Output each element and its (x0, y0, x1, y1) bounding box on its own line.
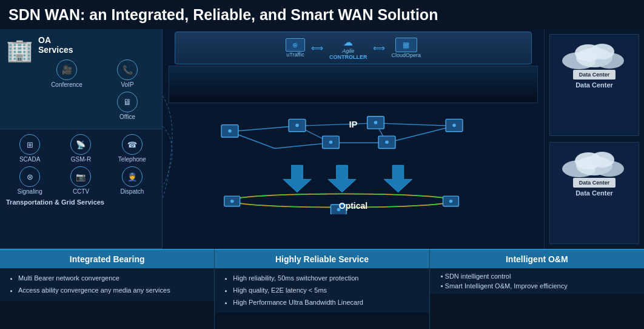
transport-icons-grid: ⊞ SCADA 📡 GSM-R ☎ Telephone ⊛ Signaling (6, 134, 156, 195)
voip-item: 📞 VoIP (99, 59, 156, 88)
card-highly-reliable: Highly Reliable Service High reliability… (215, 249, 429, 329)
office-label: Office (119, 114, 135, 120)
cloudopera-label: CloudOpera (391, 52, 421, 58)
svg-line-0 (230, 126, 297, 132)
cloudopera-box: ▦ CloudOpera (391, 38, 421, 58)
right-panel: Data Center Data Center Data Center Data… (544, 29, 644, 249)
main-content: 🏢 OA Services 🎥 Conference 📞 VoIP (0, 29, 644, 249)
svg-marker-22 (328, 165, 356, 192)
office-item: 🖥 Office (99, 92, 156, 120)
telephone-icon: ☎ (122, 134, 143, 155)
dc-section-1: Data Center Data Center (549, 34, 639, 136)
card2-bullet2: High quality, E2E latency < 5ms (233, 285, 420, 297)
agile-controller: ☁ Agile CONTROLLER (329, 36, 367, 60)
gsmr-icon: 📡 (70, 134, 91, 155)
controller-label: CONTROLLER (329, 54, 367, 60)
center-area: ⊕ uTraffic ⟺ ☁ Agile CONTROLLER ⟺ ▦ Clou… (163, 29, 544, 249)
arrow2: ⟺ (373, 43, 385, 53)
dispatch-item: 👮 Dispatch (109, 166, 156, 195)
cctv-item: 📷 CCTV (57, 166, 104, 195)
signaling-icon: ⊛ (19, 166, 40, 187)
svg-point-14 (329, 141, 333, 144)
dc-section-2: Data Center Data Center (549, 142, 639, 244)
ip-label: IP (349, 119, 357, 129)
page-wrapper: SDN WAN: an Integrated, Reliable, and Sm… (0, 0, 644, 329)
cloud-icon-1 (561, 39, 628, 70)
conference-icon: 🎥 (56, 59, 77, 80)
svg-point-31 (449, 200, 453, 203)
card1-bullet2: Access ability convergence any media any… (18, 285, 206, 297)
svg-point-18 (385, 141, 389, 144)
conference-label: Conference (51, 81, 82, 88)
svg-point-10 (228, 129, 232, 133)
signaling-label: Signaling (18, 188, 42, 195)
utraffic-label: uTraffic (286, 52, 304, 58)
main-title: SDN WAN: an Integrated, Reliable, and Sm… (0, 0, 644, 29)
dc-box-1: Data Center (573, 70, 616, 80)
oa-right: OA Services 🎥 Conference 📞 VoIP 🖥 Off (38, 35, 156, 120)
bottom-cards: Integrated Bearing Multi Bearer network … (0, 249, 644, 329)
card-header-3: Intelligent O&M (430, 250, 644, 268)
card1-bullet1: Multi Bearer network convergence (18, 273, 206, 285)
svg-point-41 (590, 152, 614, 168)
svg-point-16 (374, 121, 378, 124)
svg-line-2 (376, 123, 455, 126)
transport-section: ⊞ SCADA 📡 GSM-R ☎ Telephone ⊛ Signaling (0, 129, 162, 248)
svg-point-12 (295, 124, 299, 127)
gsmr-item: 📡 GSM-R (57, 134, 104, 163)
card-body-3: • SDN intelligent control • Smart Intell… (430, 268, 644, 294)
arrow1: ⟺ (311, 43, 323, 53)
left-panel: 🏢 OA Services 🎥 Conference 📞 VoIP (0, 29, 163, 249)
svg-point-20 (452, 124, 456, 127)
oa-icons: 🎥 Conference 📞 VoIP 🖥 Office (38, 59, 156, 120)
conference-item: 🎥 Conference (38, 59, 95, 88)
card-integrated-bearing: Integrated Bearing Multi Bearer network … (0, 249, 215, 329)
dispatch-label: Dispatch (120, 188, 144, 195)
card3-bullet2: • Smart Intelligent O&M, Improve efficie… (438, 282, 636, 290)
card-header-2: Highly Reliable Service (215, 250, 429, 268)
scada-label: SCADA (19, 156, 40, 163)
building-icon: 🏢 (6, 38, 33, 63)
card2-bullet3: High Performance Ultra Bandwidth Linecar… (233, 297, 420, 309)
telephone-item: ☎ Telephone (109, 134, 156, 163)
card-intelligent-om: Intelligent O&M • SDN intelligent contro… (430, 249, 644, 329)
tunnel-band (169, 66, 538, 103)
cctv-icon: 📷 (70, 166, 91, 187)
dc-label-2: Data Center (575, 189, 613, 197)
svg-line-1 (297, 123, 376, 126)
signaling-item: ⊛ Signaling (6, 166, 53, 195)
transport-section-label: Transportation & Grid Services (6, 198, 156, 206)
svg-marker-23 (384, 165, 412, 192)
scada-item: ⊞ SCADA (6, 134, 53, 163)
cctv-label: CCTV (73, 188, 89, 195)
svg-point-27 (230, 200, 234, 203)
telephone-label: Telephone (118, 156, 146, 163)
card-header-1: Integrated Bearing (0, 250, 214, 268)
card3-bullet1: • SDN intelligent control (438, 273, 636, 280)
svg-marker-21 (283, 165, 311, 192)
optical-label: Optical (339, 201, 367, 211)
utraffic-box: ⊕ uTraffic (286, 38, 305, 58)
card2-bullet1: High reliability, 50ms switchover protec… (233, 273, 420, 285)
svg-point-36 (590, 44, 614, 59)
voip-icon: 📞 (117, 59, 138, 80)
card-body-1: Multi Bearer network convergence Access … (0, 268, 214, 301)
dc-label-1: Data Center (575, 81, 613, 89)
voip-label: VoIP (121, 81, 133, 88)
oa-label: OA Services (38, 35, 156, 55)
svg-line-6 (387, 126, 454, 143)
cloud-icon-2 (561, 148, 628, 178)
scada-icon: ⊞ (19, 134, 40, 155)
oa-services-section: 🏢 OA Services 🎥 Conference 📞 VoIP (0, 29, 162, 129)
gsmr-label: GSM-R (71, 156, 91, 163)
controller-bar: ⊕ uTraffic ⟺ ☁ Agile CONTROLLER ⟺ ▦ Clou… (175, 32, 532, 64)
connection-lines (163, 66, 181, 229)
dc-box-2: Data Center (573, 178, 616, 188)
office-icon: 🖥 (117, 92, 138, 112)
card-body-2: High reliability, 50ms switchover protec… (215, 268, 429, 313)
dispatch-icon: 👮 (122, 166, 143, 187)
